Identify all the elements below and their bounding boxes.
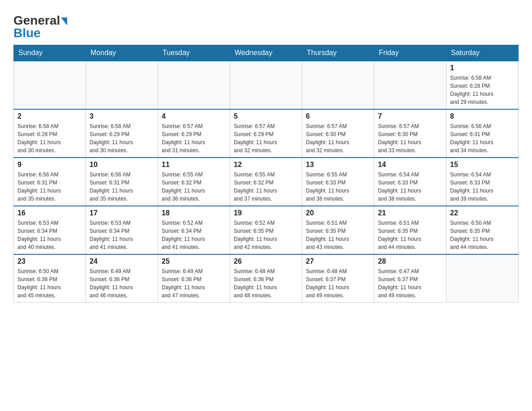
day-number: 23	[17, 257, 82, 265]
day-number: 12	[234, 161, 298, 169]
calendar-cell: 27Sunrise: 6:48 AM Sunset: 6:37 PM Dayli…	[302, 254, 374, 303]
day-number: 20	[306, 209, 370, 217]
day-info: Sunrise: 6:56 AM Sunset: 6:31 PM Dayligh…	[17, 171, 82, 203]
header-wednesday: Wednesday	[230, 45, 302, 61]
calendar-cell: 12Sunrise: 6:55 AM Sunset: 6:32 PM Dayli…	[230, 158, 302, 206]
day-info: Sunrise: 6:49 AM Sunset: 6:36 PM Dayligh…	[162, 267, 226, 300]
calendar-cell: 6Sunrise: 6:57 AM Sunset: 6:30 PM Daylig…	[302, 109, 374, 158]
calendar-cell: 3Sunrise: 6:58 AM Sunset: 6:29 PM Daylig…	[86, 109, 158, 158]
day-info: Sunrise: 6:58 AM Sunset: 6:29 PM Dayligh…	[90, 122, 154, 154]
page-header: General Blue	[13, 9, 519, 40]
day-info: Sunrise: 6:58 AM Sunset: 6:28 PM Dayligh…	[450, 74, 515, 106]
header-sunday: Sunday	[14, 45, 86, 61]
day-info: Sunrise: 6:55 AM Sunset: 6:33 PM Dayligh…	[306, 171, 370, 203]
day-info: Sunrise: 6:51 AM Sunset: 6:35 PM Dayligh…	[306, 219, 370, 251]
calendar-cell: 23Sunrise: 6:50 AM Sunset: 6:36 PM Dayli…	[14, 254, 86, 303]
day-info: Sunrise: 6:48 AM Sunset: 6:36 PM Dayligh…	[234, 267, 298, 300]
week-row-1: 2Sunrise: 6:58 AM Sunset: 6:28 PM Daylig…	[14, 109, 519, 158]
calendar-cell	[14, 61, 86, 109]
calendar-cell: 24Sunrise: 6:49 AM Sunset: 6:36 PM Dayli…	[86, 254, 158, 303]
calendar-cell: 10Sunrise: 6:56 AM Sunset: 6:31 PM Dayli…	[86, 158, 158, 206]
calendar-cell: 15Sunrise: 6:54 AM Sunset: 6:33 PM Dayli…	[446, 158, 519, 206]
day-number: 1	[450, 64, 515, 72]
day-info: Sunrise: 6:52 AM Sunset: 6:34 PM Dayligh…	[162, 219, 226, 251]
day-info: Sunrise: 6:53 AM Sunset: 6:34 PM Dayligh…	[17, 219, 82, 251]
day-number: 21	[378, 209, 442, 217]
calendar-cell: 26Sunrise: 6:48 AM Sunset: 6:36 PM Dayli…	[230, 254, 302, 303]
calendar-cell	[158, 61, 230, 109]
day-number: 5	[234, 112, 298, 120]
week-row-0: 1Sunrise: 6:58 AM Sunset: 6:28 PM Daylig…	[14, 61, 519, 109]
calendar-cell: 2Sunrise: 6:58 AM Sunset: 6:28 PM Daylig…	[14, 109, 86, 158]
day-info: Sunrise: 6:56 AM Sunset: 6:31 PM Dayligh…	[90, 171, 154, 203]
day-number: 16	[17, 209, 82, 217]
calendar-cell: 18Sunrise: 6:52 AM Sunset: 6:34 PM Dayli…	[158, 206, 230, 254]
day-info: Sunrise: 6:47 AM Sunset: 6:37 PM Dayligh…	[378, 267, 442, 300]
day-number: 8	[450, 112, 515, 120]
week-row-3: 16Sunrise: 6:53 AM Sunset: 6:34 PM Dayli…	[14, 206, 519, 254]
day-info: Sunrise: 6:49 AM Sunset: 6:36 PM Dayligh…	[90, 267, 154, 300]
day-number: 24	[90, 257, 154, 265]
logo: General Blue	[13, 13, 67, 40]
calendar-cell: 7Sunrise: 6:57 AM Sunset: 6:30 PM Daylig…	[374, 109, 446, 158]
day-info: Sunrise: 6:55 AM Sunset: 6:32 PM Dayligh…	[162, 171, 226, 203]
day-number: 6	[306, 112, 370, 120]
day-number: 2	[17, 112, 82, 120]
logo-arrow-icon	[61, 17, 67, 26]
header-tuesday: Tuesday	[158, 45, 230, 61]
day-number: 9	[17, 161, 82, 169]
day-info: Sunrise: 6:53 AM Sunset: 6:34 PM Dayligh…	[90, 219, 154, 251]
week-row-2: 9Sunrise: 6:56 AM Sunset: 6:31 PM Daylig…	[14, 158, 519, 206]
day-info: Sunrise: 6:57 AM Sunset: 6:30 PM Dayligh…	[306, 122, 370, 154]
calendar-header-row: SundayMondayTuesdayWednesdayThursdayFrid…	[14, 45, 519, 61]
header-friday: Friday	[374, 45, 446, 61]
calendar-table: SundayMondayTuesdayWednesdayThursdayFrid…	[13, 45, 519, 303]
header-saturday: Saturday	[446, 45, 519, 61]
calendar-cell: 5Sunrise: 6:57 AM Sunset: 6:29 PM Daylig…	[230, 109, 302, 158]
calendar-cell: 22Sunrise: 6:50 AM Sunset: 6:35 PM Dayli…	[446, 206, 519, 254]
day-info: Sunrise: 6:55 AM Sunset: 6:32 PM Dayligh…	[234, 171, 298, 203]
day-info: Sunrise: 6:50 AM Sunset: 6:35 PM Dayligh…	[450, 219, 515, 251]
logo-blue-text: Blue	[13, 26, 67, 40]
calendar-cell: 20Sunrise: 6:51 AM Sunset: 6:35 PM Dayli…	[302, 206, 374, 254]
calendar-cell: 21Sunrise: 6:51 AM Sunset: 6:35 PM Dayli…	[374, 206, 446, 254]
day-number: 15	[450, 161, 515, 169]
day-info: Sunrise: 6:50 AM Sunset: 6:36 PM Dayligh…	[17, 267, 82, 300]
day-number: 7	[378, 112, 442, 120]
day-number: 22	[450, 209, 515, 217]
day-number: 17	[90, 209, 154, 217]
day-info: Sunrise: 6:56 AM Sunset: 6:31 PM Dayligh…	[450, 122, 515, 154]
calendar-cell: 13Sunrise: 6:55 AM Sunset: 6:33 PM Dayli…	[302, 158, 374, 206]
calendar-cell: 4Sunrise: 6:57 AM Sunset: 6:29 PM Daylig…	[158, 109, 230, 158]
day-number: 25	[162, 257, 226, 265]
calendar-cell	[302, 61, 374, 109]
calendar-cell	[86, 61, 158, 109]
day-info: Sunrise: 6:57 AM Sunset: 6:29 PM Dayligh…	[162, 122, 226, 154]
header-thursday: Thursday	[302, 45, 374, 61]
day-number: 3	[90, 112, 154, 120]
calendar-cell: 25Sunrise: 6:49 AM Sunset: 6:36 PM Dayli…	[158, 254, 230, 303]
calendar-cell: 28Sunrise: 6:47 AM Sunset: 6:37 PM Dayli…	[374, 254, 446, 303]
day-info: Sunrise: 6:52 AM Sunset: 6:35 PM Dayligh…	[234, 219, 298, 251]
day-number: 11	[162, 161, 226, 169]
logo-general-text: General	[13, 13, 60, 27]
calendar-cell: 9Sunrise: 6:56 AM Sunset: 6:31 PM Daylig…	[14, 158, 86, 206]
header-monday: Monday	[86, 45, 158, 61]
day-info: Sunrise: 6:54 AM Sunset: 6:33 PM Dayligh…	[378, 171, 442, 203]
day-number: 18	[162, 209, 226, 217]
day-number: 14	[378, 161, 442, 169]
day-number: 13	[306, 161, 370, 169]
day-info: Sunrise: 6:57 AM Sunset: 6:29 PM Dayligh…	[234, 122, 298, 154]
day-info: Sunrise: 6:58 AM Sunset: 6:28 PM Dayligh…	[17, 122, 82, 154]
week-row-4: 23Sunrise: 6:50 AM Sunset: 6:36 PM Dayli…	[14, 254, 519, 303]
day-info: Sunrise: 6:54 AM Sunset: 6:33 PM Dayligh…	[450, 171, 515, 203]
day-number: 10	[90, 161, 154, 169]
calendar-cell: 14Sunrise: 6:54 AM Sunset: 6:33 PM Dayli…	[374, 158, 446, 206]
day-info: Sunrise: 6:57 AM Sunset: 6:30 PM Dayligh…	[378, 122, 442, 154]
day-number: 26	[234, 257, 298, 265]
calendar-cell: 8Sunrise: 6:56 AM Sunset: 6:31 PM Daylig…	[446, 109, 519, 158]
calendar-cell: 11Sunrise: 6:55 AM Sunset: 6:32 PM Dayli…	[158, 158, 230, 206]
calendar-cell: 16Sunrise: 6:53 AM Sunset: 6:34 PM Dayli…	[14, 206, 86, 254]
day-number: 28	[378, 257, 442, 265]
day-info: Sunrise: 6:51 AM Sunset: 6:35 PM Dayligh…	[378, 219, 442, 251]
